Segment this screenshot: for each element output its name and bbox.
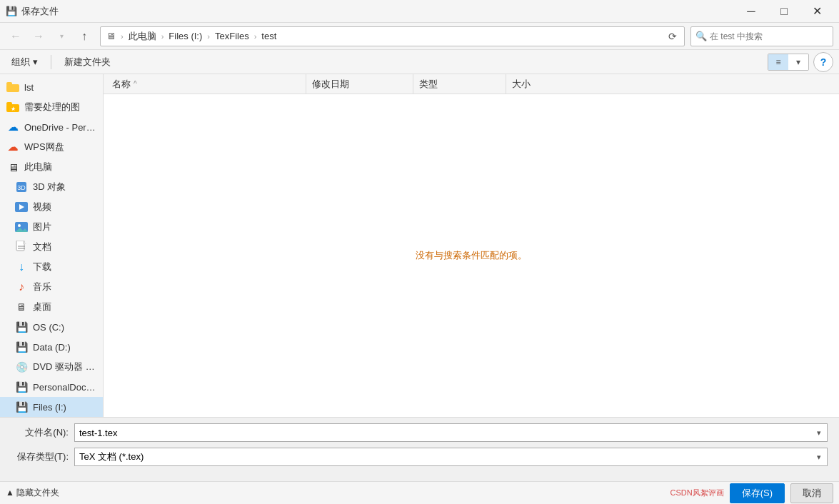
search-input[interactable] [710, 31, 828, 41]
title-bar: 💾 保存文件 ─ □ ✕ [0, 0, 839, 23]
organize-button[interactable]: 组织 ▾ [6, 53, 44, 71]
sidebar-item-label: 文档 [33, 241, 51, 253]
filename-dropdown-button[interactable]: ▾ [810, 423, 828, 442]
sidebar-item-downloads[interactable]: ↓ 下载 [0, 257, 103, 277]
col-header-name[interactable]: 名称 ^ [106, 74, 306, 94]
documents-icon [14, 240, 29, 254]
sidebar-item-label: lst [24, 82, 34, 93]
back-button[interactable]: ← [6, 26, 26, 46]
drive-i-icon: 💾 [14, 400, 29, 414]
sidebar: lst ★ 需要处理的图 ☁ OneDrive - Pers... ☁ WPS网… [0, 74, 104, 417]
sidebar-item-label: OS (C:) [33, 322, 64, 333]
close-button[interactable]: ✕ [800, 0, 833, 23]
music-icon: ♪ [14, 280, 29, 294]
path-segment-files[interactable]: Files (I:) [166, 29, 205, 43]
downloads-icon: ↓ [14, 260, 29, 274]
sidebar-item-label: DVD 驱动器 (E:...) [33, 361, 97, 373]
col-type-label: 类型 [419, 78, 438, 91]
path-segment-test[interactable]: test [258, 29, 279, 43]
svg-rect-1 [6, 82, 12, 86]
sidebar-item-thispc[interactable]: 🖥 此电脑 [0, 157, 103, 177]
address-bar: 🖥 › 此电脑 › Files (I:) › TexFiles › test ⟳ [100, 26, 685, 46]
sidebar-item-drive-i[interactable]: 💾 Files (I:) [0, 397, 103, 417]
sidebar-item-pictures[interactable]: 图片 [0, 217, 103, 237]
empty-message: 没有与搜索条件匹配的项。 [416, 249, 527, 262]
file-list-header: 名称 ^ 修改日期 类型 大小 [104, 74, 839, 94]
path-segment-pc[interactable]: 🖥 [104, 29, 119, 43]
col-header-date[interactable]: 修改日期 [306, 74, 413, 94]
sidebar-item-onedrive[interactable]: ☁ OneDrive - Pers... [0, 117, 103, 137]
secondary-toolbar: 组织 ▾ 新建文件夹 ≡ ▾ ? [0, 50, 839, 74]
brand-label: CSDN风絮评画 [670, 488, 723, 498]
sidebar-item-3dobjects[interactable]: 3D 3D 对象 [0, 177, 103, 197]
videos-icon [14, 200, 29, 214]
sidebar-item-drive-f[interactable]: 💾 PersonalDoc (F... [0, 377, 103, 397]
onedrive-icon: ☁ [6, 120, 20, 134]
search-bar: 🔍 [690, 26, 833, 46]
up-button[interactable]: ↑ [74, 26, 94, 46]
desktop-icon: 🖥 [14, 300, 29, 314]
forward-button[interactable]: → [29, 26, 49, 46]
search-icon: 🔍 [695, 31, 707, 41]
filename-row: 文件名(N): ▾ [11, 423, 828, 442]
sidebar-item-label: 此电脑 [24, 161, 52, 173]
view-icons-button[interactable]: ▾ [788, 54, 808, 70]
svg-text:3D: 3D [17, 184, 26, 191]
new-folder-button[interactable]: 新建文件夹 [59, 53, 116, 71]
sidebar-item-label: Data (D:) [33, 342, 71, 353]
right-toolbar-group: ≡ ▾ ? [768, 52, 833, 72]
sidebar-item-needs-processing[interactable]: ★ 需要处理的图 [0, 97, 103, 117]
title-bar-title: 保存文件 [21, 5, 735, 18]
help-button[interactable]: ? [813, 52, 833, 72]
sidebar-item-label: OneDrive - Pers... [24, 122, 97, 133]
sidebar-item-label: 视频 [33, 201, 51, 213]
sidebar-item-drive-d[interactable]: 💾 Data (D:) [0, 337, 103, 357]
filetype-input[interactable] [74, 448, 828, 466]
refresh-button[interactable]: ⟳ [664, 28, 681, 45]
sidebar-item-drive-c[interactable]: 💾 OS (C:) [0, 317, 103, 337]
sidebar-item-label: WPS网盘 [24, 141, 64, 153]
filename-input-wrap: ▾ [74, 423, 828, 442]
drive-f-icon: 💾 [14, 380, 29, 394]
view-details-button[interactable]: ≡ [768, 54, 788, 70]
drive-d-icon: 💾 [14, 340, 29, 354]
sidebar-item-videos[interactable]: 视频 [0, 197, 103, 217]
sidebar-item-label: 音乐 [33, 281, 51, 293]
sidebar-item-label: 3D 对象 [33, 181, 66, 193]
save-button[interactable]: 保存(S) [730, 483, 785, 503]
bottom-form: 文件名(N): ▾ 保存类型(T): ▾ [0, 417, 839, 481]
minimize-button[interactable]: ─ [735, 0, 768, 23]
sidebar-item-drive-e[interactable]: 💿 DVD 驱动器 (E:...) [0, 357, 103, 377]
sidebar-item-desktop[interactable]: 🖥 桌面 [0, 297, 103, 317]
col-date-label: 修改日期 [312, 78, 349, 91]
filename-input[interactable] [74, 423, 828, 442]
sidebar-item-lst[interactable]: lst [0, 77, 103, 97]
col-header-type[interactable]: 类型 [413, 74, 506, 94]
dvd-icon: 💿 [14, 360, 29, 374]
path-segment-texfiles[interactable]: TexFiles [212, 29, 252, 43]
maximize-button[interactable]: □ [768, 0, 800, 23]
dropdown-button[interactable]: ▾ [51, 26, 71, 46]
toolbar-separator [51, 55, 51, 69]
path-segment-thispc[interactable]: 此电脑 [126, 29, 159, 44]
svg-text:★: ★ [11, 106, 16, 112]
svg-marker-13 [23, 241, 26, 244]
filetype-label: 保存类型(T): [11, 450, 69, 463]
sidebar-item-wps[interactable]: ☁ WPS网盘 [0, 137, 103, 157]
col-size-label: 大小 [512, 78, 531, 91]
sidebar-item-music[interactable]: ♪ 音乐 [0, 277, 103, 297]
filetype-input-wrap: ▾ [74, 448, 828, 466]
col-header-size[interactable]: 大小 [506, 74, 578, 94]
sidebar-item-documents[interactable]: 文档 [0, 237, 103, 257]
filename-label: 文件名(N): [11, 426, 69, 439]
sidebar-item-label: PersonalDoc (F... [33, 382, 97, 393]
hide-files-button[interactable]: ▲ 隐藏文件夹 [6, 487, 59, 499]
cancel-button[interactable]: 取消 [790, 483, 833, 503]
wps-icon: ☁ [6, 140, 20, 154]
address-path: 🖥 › 此电脑 › Files (I:) › TexFiles › test [104, 29, 664, 44]
sidebar-item-label: 桌面 [33, 301, 51, 313]
main-content: lst ★ 需要处理的图 ☁ OneDrive - Pers... ☁ WPS网… [0, 74, 839, 417]
status-bar: ▲ 隐藏文件夹 CSDN风絮评画 保存(S) 取消 [0, 481, 839, 504]
filetype-dropdown-button[interactable]: ▾ [810, 448, 828, 466]
computer-icon: 🖥 [6, 160, 20, 174]
